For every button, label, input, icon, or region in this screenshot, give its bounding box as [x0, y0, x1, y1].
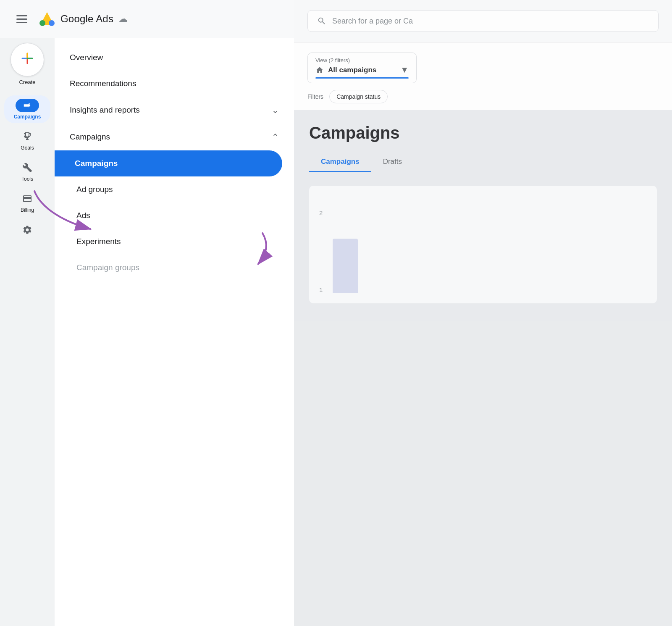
menu-item-ad-groups-label: Ad groups: [76, 185, 113, 194]
menu-item-recommendations-label: Recommendations: [70, 79, 136, 88]
cloud-icon: ☁: [118, 13, 128, 24]
home-icon: [315, 66, 324, 74]
create-button-wrapper: Create: [10, 43, 44, 85]
campaigns-icon-wrap: [16, 99, 39, 112]
menu-column: Overview Recommendations Insights and re…: [55, 38, 294, 626]
tab-campaigns[interactable]: Campaigns: [309, 153, 371, 172]
create-label: Create: [19, 79, 35, 85]
gear-icon: [22, 225, 32, 235]
menu-item-campaigns-active-label: Campaigns: [75, 159, 118, 168]
menu-item-ads[interactable]: Ads: [55, 203, 294, 229]
sidebar-item-billing-label: Billing: [21, 207, 34, 213]
y-label-1: 1: [319, 286, 323, 293]
search-icon: [317, 16, 326, 26]
view-filter-label: View (2 filters): [315, 57, 409, 63]
google-ads-icon: [39, 11, 55, 27]
campaigns-chevron-up-icon: ⌃: [272, 132, 279, 142]
filter-area: View (2 filters) All campaigns ▼ Filters…: [294, 42, 672, 110]
chart-bar-1: [333, 239, 358, 293]
icon-column: Create Campaigns: [0, 38, 55, 626]
sidebar-item-admin[interactable]: [4, 220, 50, 240]
menu-item-campaign-groups-label: Campaign groups: [76, 263, 139, 272]
create-button[interactable]: [10, 43, 44, 76]
brand-name: Google Ads: [60, 13, 113, 25]
menu-item-campaign-groups[interactable]: Campaign groups: [55, 255, 294, 281]
menu-item-experiments[interactable]: Experiments: [55, 229, 294, 255]
tabs-row: Campaigns Drafts: [309, 153, 657, 172]
menu-item-overview-label: Overview: [70, 53, 103, 62]
admin-icon-wrap: [16, 223, 39, 237]
campaign-status-chip-label: Campaign status: [336, 93, 381, 100]
search-placeholder: Search for a page or Ca: [332, 17, 413, 26]
active-filter-bar: [315, 77, 409, 79]
tab-drafts[interactable]: Drafts: [371, 153, 414, 171]
goals-icon-wrap: [16, 130, 39, 143]
menu-item-campaigns-parent[interactable]: Campaigns ⌃: [55, 124, 294, 150]
chart-area: 2 1: [309, 186, 657, 303]
tools-icon-wrap: [16, 161, 39, 174]
menu-item-experiments-label: Experiments: [76, 237, 121, 246]
right-header: Search for a page or Ca: [294, 0, 672, 42]
top-header: Google Ads ☁: [0, 0, 294, 38]
menu-item-insights-label: Insights and reports: [70, 105, 140, 115]
menu-item-ads-label: Ads: [76, 211, 90, 220]
sidebar-item-billing[interactable]: Billing: [4, 189, 50, 216]
view-dropdown-value: All campaigns: [328, 66, 376, 74]
campaign-status-chip[interactable]: Campaign status: [329, 90, 388, 103]
y-axis: 2 1: [319, 209, 323, 293]
tools-icon: [22, 163, 32, 173]
menu-item-ad-groups[interactable]: Ad groups: [55, 176, 294, 203]
trophy-icon: [22, 132, 32, 142]
sidebar-item-campaigns-label: Campaigns: [14, 114, 41, 120]
megaphone-icon: [23, 101, 32, 110]
dropdown-arrow-icon: ▼: [400, 65, 409, 75]
menu-item-recommendations[interactable]: Recommendations: [55, 71, 294, 97]
tab-drafts-label: Drafts: [383, 158, 402, 166]
right-panel: Search for a page or Ca View (2 filters)…: [294, 0, 672, 626]
search-bar[interactable]: Search for a page or Ca: [307, 10, 659, 32]
sidebar-item-tools[interactable]: Tools: [4, 158, 50, 185]
filters-row: Filters Campaign status: [307, 90, 659, 110]
google-ads-logo: Google Ads ☁: [39, 11, 128, 27]
billing-icon: [22, 194, 32, 204]
create-plus-icon: [20, 51, 35, 68]
chart-bars: [333, 209, 647, 293]
sidebar-item-goals-label: Goals: [21, 145, 34, 151]
left-panel: Google Ads ☁: [0, 0, 294, 626]
svg-point-2: [49, 20, 55, 26]
menu-item-overview[interactable]: Overview: [55, 45, 294, 71]
y-label-2: 2: [319, 209, 323, 216]
filters-label: Filters: [307, 93, 323, 100]
sidebar-item-goals[interactable]: Goals: [4, 126, 50, 154]
right-content: Campaigns Campaigns Drafts 2 1: [294, 110, 672, 626]
menu-item-insights[interactable]: Insights and reports ⌄: [55, 97, 294, 124]
svg-point-1: [39, 20, 45, 26]
hamburger-button[interactable]: [13, 15, 30, 23]
sidebar-item-tools-label: Tools: [21, 176, 33, 182]
left-body: Create Campaigns: [0, 38, 294, 626]
insights-chevron-down-icon: ⌄: [272, 105, 279, 115]
menu-item-campaigns-active[interactable]: Campaigns: [55, 150, 282, 176]
menu-item-campaigns-parent-label: Campaigns: [70, 132, 110, 142]
sidebar-item-campaigns[interactable]: Campaigns: [4, 95, 50, 123]
page-title: Campaigns: [309, 124, 657, 142]
tab-campaigns-label: Campaigns: [321, 158, 360, 166]
view-dropdown[interactable]: View (2 filters) All campaigns ▼: [307, 53, 417, 83]
billing-icon-wrap: [16, 192, 39, 205]
